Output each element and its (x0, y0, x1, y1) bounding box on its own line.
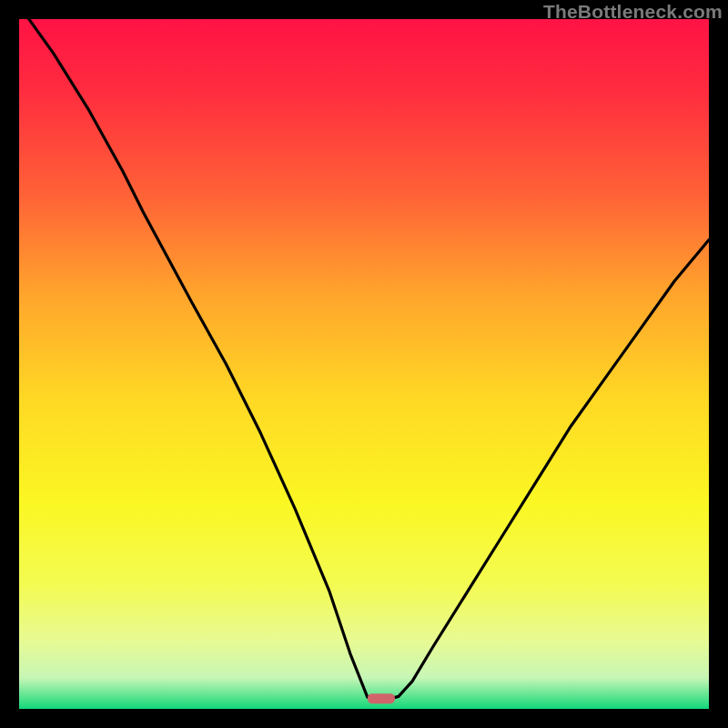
bottleneck-chart (19, 19, 709, 709)
plot-area (19, 19, 709, 709)
chart-frame: TheBottleneck.com (0, 0, 728, 728)
gradient-background (19, 19, 709, 709)
watermark-text: TheBottleneck.com (543, 1, 723, 23)
optimum-marker (368, 693, 395, 703)
